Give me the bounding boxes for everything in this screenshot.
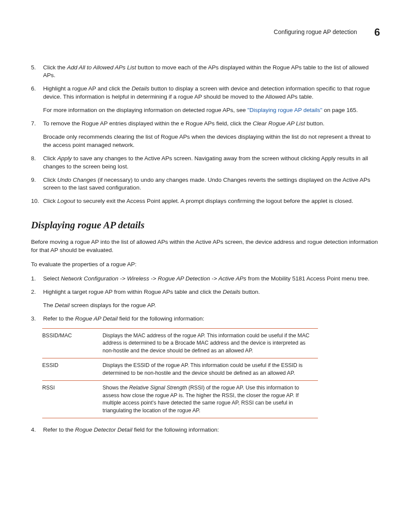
ordered-list-2: 1.Select Network Configuration -> Wirele… — [31, 275, 380, 323]
list-number: 2. — [31, 288, 43, 310]
list-item: 2.Highlight a target rogue AP from withi… — [31, 288, 380, 310]
paragraph: Click the Add All to Allowed APs List bu… — [43, 64, 380, 80]
section-heading: Displaying rogue AP details — [31, 218, 380, 232]
list-number: 1. — [31, 275, 43, 283]
header-title: Configuring rogue AP detection — [274, 28, 357, 37]
table-row: ESSIDDisplays the ESSID of the rogue AP.… — [42, 358, 318, 381]
paragraph: Click Logout to securely exit the Access… — [43, 197, 380, 205]
list-number: 8. — [31, 155, 43, 171]
paragraph: Refer to the Rogue AP Detail field for t… — [43, 315, 380, 323]
list-item: 9.Click Undo Changes (if necessary) to u… — [31, 176, 380, 193]
list-body: Click Logout to securely exit the Access… — [43, 197, 380, 205]
list-item: 8.Click Apply to save any changes to the… — [31, 155, 380, 171]
list-number: 5. — [31, 64, 43, 80]
ordered-list-1: 5.Click the Add All to Allowed APs List … — [31, 64, 380, 206]
table-row: RSSIShows the Relative Signal Strength (… — [42, 381, 318, 418]
paragraph: To remove the Rogue AP entries displayed… — [43, 120, 380, 128]
paragraph: Select Network Configuration -> Wireless… — [43, 275, 380, 283]
list-item: 7.To remove the Rogue AP entries display… — [31, 120, 380, 149]
list-item: 3.Refer to the Rogue AP Detail field for… — [31, 315, 380, 323]
paragraph: Highlight a target rogue AP from within … — [43, 288, 380, 296]
paragraph: For more information on the displaying i… — [43, 106, 380, 115]
list-item: 6.Highlight a rogue AP and click the Det… — [31, 85, 380, 115]
table-term: BSSID/MAC — [42, 328, 103, 358]
italic-text: Undo Changes — [57, 177, 96, 183]
paragraph: Highlight a rogue AP and click the Detai… — [43, 85, 380, 101]
ordered-list-3: 4.Refer to the Rogue Detector Detail fie… — [31, 426, 380, 434]
list-body: Click Apply to save any changes to the A… — [43, 155, 380, 171]
chapter-number: 6 — [374, 25, 380, 40]
list-number: 3. — [31, 315, 43, 323]
section-intro: Before moving a rogue AP into the list o… — [31, 238, 380, 255]
table-description: Shows the Relative Signal Strength (RSSI… — [103, 381, 318, 418]
paragraph: Click Apply to save any changes to the A… — [43, 155, 380, 171]
italic-text: Logout — [57, 198, 75, 204]
list-body: Refer to the Rogue AP Detail field for t… — [43, 315, 380, 323]
paragraph: Refer to the Rogue Detector Detail field… — [43, 426, 380, 434]
paragraph: The Detail screen displays for the rogue… — [43, 302, 380, 310]
cross-reference-link[interactable]: "Displaying rogue AP details" — [247, 107, 322, 113]
italic-text: Add All to Allowed APs List — [67, 64, 137, 71]
list-body: Select Network Configuration -> Wireless… — [43, 275, 380, 283]
list-body: Highlight a rogue AP and click the Detai… — [43, 85, 380, 115]
list-number: 7. — [31, 120, 43, 149]
italic-text: Relative Signal Strength — [129, 385, 187, 391]
italic-text: Rogue Detector Detail — [75, 426, 132, 433]
table-term: ESSID — [42, 358, 103, 381]
table-row: BSSID/MACDisplays the MAC address of the… — [42, 328, 318, 358]
italic-text: Clear Rogue AP List — [253, 120, 305, 127]
list-body: To remove the Rogue AP entries displayed… — [43, 120, 380, 149]
list-number: 4. — [31, 426, 43, 434]
list-body: Click the Add All to Allowed APs List bu… — [43, 64, 380, 80]
table-description: Displays the MAC address of the rogue AP… — [103, 328, 318, 358]
list-number: 10. — [31, 197, 43, 205]
list-body: Refer to the Rogue Detector Detail field… — [43, 426, 380, 434]
list-item: 5.Click the Add All to Allowed APs List … — [31, 64, 380, 80]
list-item: 1.Select Network Configuration -> Wirele… — [31, 275, 380, 283]
italic-text: Details — [131, 85, 149, 92]
rogue-ap-detail-table: BSSID/MACDisplays the MAC address of the… — [42, 328, 318, 419]
content: 5.Click the Add All to Allowed APs List … — [31, 64, 380, 434]
list-number: 6. — [31, 85, 43, 115]
list-item: 10.Click Logout to securely exit the Acc… — [31, 197, 380, 205]
list-number: 9. — [31, 176, 43, 193]
italic-text: Detail — [55, 302, 70, 308]
table-term: RSSI — [42, 381, 103, 418]
italic-text: Network Configuration -> Wireless -> Rog… — [61, 275, 246, 282]
table-description: Displays the ESSID of the rogue AP. This… — [103, 358, 318, 381]
italic-text: Details — [223, 289, 240, 295]
section-lead: To evaluate the properties of a rogue AP… — [31, 261, 380, 269]
list-item: 4.Refer to the Rogue Detector Detail fie… — [31, 426, 380, 434]
page-header: Configuring rogue AP detection 6 — [31, 25, 380, 40]
italic-text: Apply — [57, 155, 72, 162]
paragraph: Click Undo Changes (if necessary) to und… — [43, 176, 380, 193]
list-body: Click Undo Changes (if necessary) to und… — [43, 176, 380, 193]
paragraph: Brocade only recommends clearing the lis… — [43, 133, 380, 149]
italic-text: Rogue AP Detail — [75, 315, 118, 322]
list-body: Highlight a target rogue AP from within … — [43, 288, 380, 310]
